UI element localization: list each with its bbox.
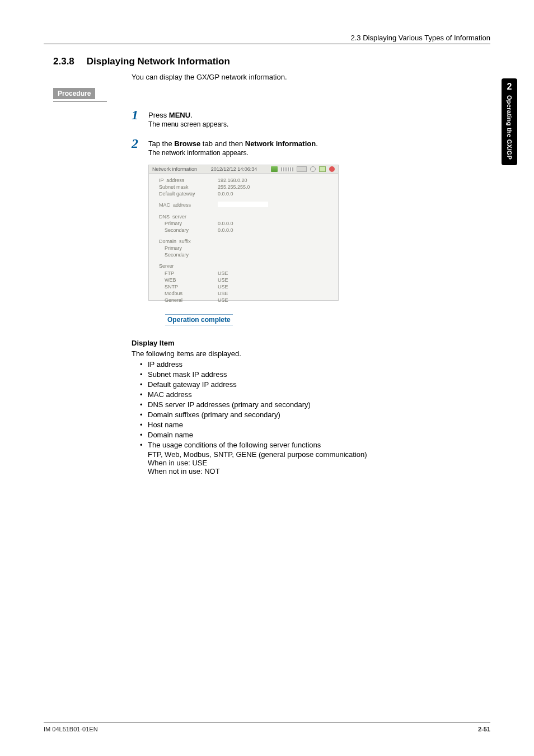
list-item-subline: FTP, Web, Modbus, SNTP, GENE (general pu… (148, 450, 456, 459)
step-1: 1 Press MENU. The menu screen appears. (132, 108, 456, 128)
display-item-list: IP address Subnet mask IP address Defaul… (140, 360, 456, 475)
subnet-label: Subnet mask (159, 184, 218, 190)
page-footer: IM 04L51B01-01EN 2-51 (44, 722, 490, 732)
section-heading: 2.3.8 Displaying Network Information (53, 56, 456, 67)
list-item: IP address (140, 360, 456, 368)
clock-icon (310, 166, 316, 172)
web-value: USE (218, 277, 228, 283)
web-label: WEB (159, 277, 218, 283)
list-item: Domain suffixes (primary and secondary) (140, 410, 456, 419)
storage-bar-icon (281, 167, 293, 171)
list-item: The usage conditions of the following se… (140, 441, 456, 475)
suffix-primary-label: Primary (159, 245, 218, 251)
mac-label: MAC address (159, 202, 218, 208)
list-item-text: The usage conditions of the following se… (148, 441, 321, 449)
list-item: Subnet mask IP address (140, 370, 456, 379)
dns-primary-value: 0.0.0.0 (218, 220, 233, 227)
subnet-value: 255.255.255.0 (218, 184, 250, 190)
step-body: Press MENU. The menu screen appears. (148, 108, 228, 128)
step-subtext: The network information appears. (148, 149, 318, 157)
step-body: Tap the Browse tab and then Network info… (148, 136, 318, 157)
list-item: MAC address (140, 390, 456, 399)
step-text: Press MENU. (148, 111, 193, 119)
server-header: Server (159, 263, 218, 269)
suffix-secondary-label: Secondary (159, 251, 218, 258)
section-title: Displaying Network Information (87, 56, 230, 67)
gateway-label: Default gateway (159, 190, 218, 197)
step-text: Tap the Browse tab and then Network info… (148, 139, 318, 148)
operation-complete-label: Operation complete (165, 314, 233, 325)
list-item: Default gateway IP address (140, 380, 456, 389)
modbus-label: Modbus (159, 290, 218, 297)
general-label: General (159, 297, 218, 304)
list-item: Domain name (140, 431, 456, 439)
chapter-title: Operating the GX/GP (506, 95, 513, 160)
general-value: USE (218, 297, 228, 304)
ip-value: 192.168.0.20 (218, 177, 247, 184)
device-datetime: 2012/12/12 14:06:34 (211, 166, 257, 172)
breadcrumb: 2.3 Displaying Various Types of Informat… (350, 34, 490, 42)
ftp-label: FTP (159, 270, 218, 277)
device-titlebar: Network information 2012/12/12 14:06:34 (149, 165, 338, 174)
dns-primary-label: Primary (159, 220, 218, 227)
chapter-number: 2 (507, 82, 512, 92)
ip-label: IP address (159, 177, 218, 184)
device-status-icons (271, 166, 335, 172)
dns-header: DNS server (159, 213, 218, 220)
display-item-heading: Display Item (132, 339, 456, 347)
section-number: 2.3.8 (53, 56, 74, 67)
device-screen-title: Network information (152, 166, 197, 172)
mac-value-blank (218, 202, 268, 207)
dns-secondary-value: 0.0.0.0 (218, 227, 233, 234)
header-divider (44, 44, 490, 44)
step-number: 2 (132, 136, 148, 151)
footer-docid: IM 04L51B01-01EN (44, 726, 98, 732)
sd-card-icon (271, 166, 278, 172)
device-screenshot: Network information 2012/12/12 14:06:34 … (148, 165, 339, 301)
chapter-tab: 2 Operating the GX/GP (502, 78, 517, 165)
sntp-label: SNTP (159, 283, 218, 290)
footer-page-number: 2-51 (478, 726, 490, 732)
ftp-value: USE (218, 270, 228, 277)
gateway-value: 0.0.0.0 (218, 190, 233, 197)
batch-icon (319, 166, 326, 172)
dns-secondary-label: Secondary (159, 227, 218, 234)
sntp-value: USE (218, 283, 228, 290)
modbus-value: USE (218, 290, 228, 297)
procedure-label: Procedure (53, 88, 95, 99)
section-intro: You can display the GX/GP network inform… (132, 73, 456, 81)
list-item-subline: When not in use: NOT (148, 467, 456, 475)
step-subtext: The menu screen appears. (148, 120, 228, 128)
procedure-rule (53, 101, 107, 102)
keyboard-icon (297, 166, 307, 172)
suffix-header: Domain suffix (159, 238, 218, 245)
record-icon (329, 166, 335, 172)
display-item-lead: The following items are displayed. (132, 349, 456, 358)
list-item-subline: When in use: USE (148, 459, 456, 467)
list-item: DNS server IP addresses (primary and sec… (140, 400, 456, 409)
list-item: Host name (140, 421, 456, 429)
step-number: 1 (132, 108, 148, 123)
step-2: 2 Tap the Browse tab and then Network in… (132, 136, 456, 157)
